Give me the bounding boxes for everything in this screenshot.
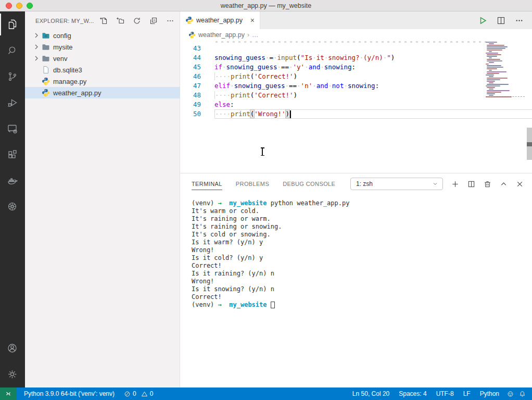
tree-item-weather-app-py[interactable]: weather_app.py — [25, 87, 180, 98]
code-token: 'Wrong!' — [254, 110, 285, 118]
terminal-text: It's warm or cold. — [192, 207, 259, 215]
panel-tab-terminal[interactable]: TERMINAL — [192, 178, 222, 190]
code-line-46[interactable]: 46····print('Correct!') — [180, 72, 532, 81]
minimap-line — [486, 74, 494, 76]
explorer-title: EXPLORER: MY_W... — [35, 18, 94, 24]
new-folder-icon[interactable] — [116, 17, 124, 25]
terminal-text — [267, 301, 271, 308]
code-token: 'n' — [301, 82, 313, 90]
code-token: · — [289, 63, 293, 71]
minimap-line — [487, 93, 495, 94]
explorer-icon[interactable] — [0, 11, 25, 38]
encoding-status[interactable]: UTF-8 — [432, 388, 459, 400]
new-terminal-icon[interactable] — [451, 180, 459, 188]
code-token: not — [332, 82, 344, 90]
tab-close-icon[interactable]: × — [249, 16, 256, 24]
editor-scrollbar[interactable] — [527, 128, 532, 160]
code-editor[interactable]: 4344snowing_guess·=·input("Is·it·snowing… — [180, 41, 532, 173]
code-token: · — [222, 63, 226, 71]
terminal-text: It's cold or snowing. — [192, 231, 271, 238]
close-panel-icon[interactable] — [516, 180, 524, 188]
code-line-50[interactable]: 50····print('Wrong!') — [180, 109, 532, 119]
tree-item-config[interactable]: config — [25, 30, 180, 41]
run-python-file-icon[interactable] — [478, 16, 487, 25]
code-line-49[interactable]: 49else: — [180, 100, 532, 109]
code-token: : — [375, 82, 379, 90]
extensions-icon[interactable] — [0, 142, 25, 168]
code-token: snowing — [348, 82, 375, 90]
terminal-output[interactable]: (venv) → my_website python weather_app.p… — [180, 194, 532, 388]
code-line-48[interactable]: 48····print('Correct!') — [180, 91, 532, 100]
more-actions-icon[interactable] — [166, 17, 174, 25]
source-control-icon[interactable] — [0, 64, 25, 90]
tree-item-venv[interactable]: venv — [25, 53, 180, 64]
code-token: print — [231, 72, 250, 80]
code-token: : — [230, 101, 234, 108]
search-icon[interactable] — [0, 38, 25, 64]
language-mode-status[interactable]: Python — [475, 388, 504, 400]
python-interpreter-status[interactable]: Python 3.9.0 64-bit ('venv': venv) — [17, 388, 119, 400]
kubernetes-icon[interactable] — [0, 194, 25, 220]
terminal-text: python weather_app.py — [267, 199, 350, 207]
breadcrumb-file[interactable]: weather_app.py — [198, 31, 245, 39]
code-line-43[interactable]: 43 — [180, 44, 532, 53]
close-window-button[interactable] — [6, 3, 12, 9]
panel-tab-problems[interactable]: PROBLEMS — [236, 178, 269, 190]
remote-explorer-icon[interactable] — [0, 116, 25, 142]
tree-indent — [32, 77, 41, 85]
chevron-right-icon[interactable] — [32, 43, 41, 51]
minimap[interactable] — [486, 41, 525, 97]
minimize-window-button[interactable] — [16, 3, 22, 9]
tree-item-db-sqlite3[interactable]: db.sqlite3 — [25, 64, 180, 76]
tab-weather-app[interactable]: weather_app.py × — [180, 11, 260, 29]
editor-more-actions-icon[interactable] — [515, 16, 524, 25]
panel-tab-debug-console[interactable]: DEBUG CONSOLE — [283, 178, 335, 190]
tree-item-manage-py[interactable]: manage.py — [25, 76, 180, 87]
notifications-bell-icon[interactable] — [517, 388, 528, 400]
chevron-right-icon[interactable] — [32, 54, 41, 63]
run-debug-icon[interactable] — [0, 90, 25, 116]
chevron-right-icon[interactable] — [32, 31, 41, 40]
explorer-header: EXPLORER: MY_W... — [25, 11, 180, 30]
split-editor-icon[interactable] — [497, 16, 505, 25]
maximize-panel-icon[interactable] — [500, 180, 508, 188]
account-icon[interactable] — [0, 335, 25, 361]
code-token: · — [360, 54, 364, 61]
code-text: elif·snowing_guess·==·'n'·and·not·snowin… — [214, 81, 532, 91]
code-token: snowing — [324, 63, 352, 71]
folder-gray-icon — [42, 54, 50, 63]
code-line-44[interactable]: 44snowing_guess·=·input("Is·it·snowing?·… — [180, 53, 532, 63]
remote-indicator[interactable] — [0, 388, 17, 400]
kill-terminal-icon[interactable] — [484, 180, 491, 188]
code-text: ····print('Wrong!') — [214, 109, 532, 119]
collapse-all-icon[interactable] — [149, 17, 158, 25]
minimap-line — [489, 82, 493, 83]
docker-icon[interactable] — [0, 168, 25, 194]
cursor-position-status[interactable]: Ln 50, Col 20 — [348, 388, 394, 400]
terminal-line-12: Is it snowing? (y/n) n — [192, 285, 532, 293]
code-token: snowing_guess — [214, 54, 265, 61]
breadcrumb-more[interactable]: … — [252, 31, 259, 39]
refresh-icon[interactable] — [133, 17, 141, 25]
breadcrumb[interactable]: weather_app.py › … — [180, 29, 532, 41]
terminal-select-dropdown[interactable]: 1: zsh — [350, 178, 443, 190]
new-file-icon[interactable] — [99, 17, 108, 25]
code-line-47[interactable]: 47elif·snowing_guess·==·'n'·and·not·snow… — [180, 81, 532, 91]
problems-status[interactable]: 0 0 — [119, 388, 158, 400]
terminal-text: It's raining or snowing. — [192, 223, 282, 230]
indentation-status[interactable]: Spaces: 4 — [394, 388, 431, 400]
terminal-line-10: Is it raining? (y/n) n — [192, 270, 532, 278]
eol-status[interactable]: LF — [459, 388, 475, 400]
terminal-line-2: It's warm or cold. — [192, 207, 532, 215]
settings-gear-icon[interactable] — [0, 361, 25, 388]
zoom-window-button[interactable] — [27, 3, 33, 9]
split-terminal-icon[interactable] — [467, 180, 475, 188]
code-token: 'y' — [293, 63, 305, 71]
feedback-smiley-icon[interactable] — [504, 388, 517, 400]
code-token: · — [312, 54, 316, 61]
code-line-45[interactable]: 45if·snowing_guess·==·'y'·and·snowing: — [180, 63, 532, 72]
terminal-select-value: 1: zsh — [356, 180, 432, 188]
tree-item-mysite[interactable]: mysite — [25, 41, 180, 53]
folder-teal-icon — [42, 31, 50, 40]
minimap-line — [486, 53, 498, 54]
